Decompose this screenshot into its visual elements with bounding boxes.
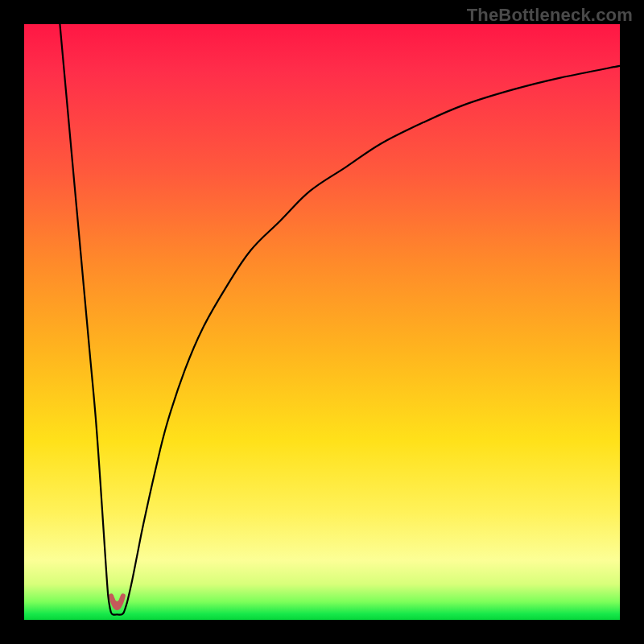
bottleneck-curve (60, 24, 620, 615)
watermark-text: TheBottleneck.com (467, 5, 633, 26)
curve-svg (24, 24, 620, 620)
chart-frame: TheBottleneck.com (0, 0, 644, 644)
valley-blob (111, 596, 123, 608)
plot-area (24, 24, 620, 620)
